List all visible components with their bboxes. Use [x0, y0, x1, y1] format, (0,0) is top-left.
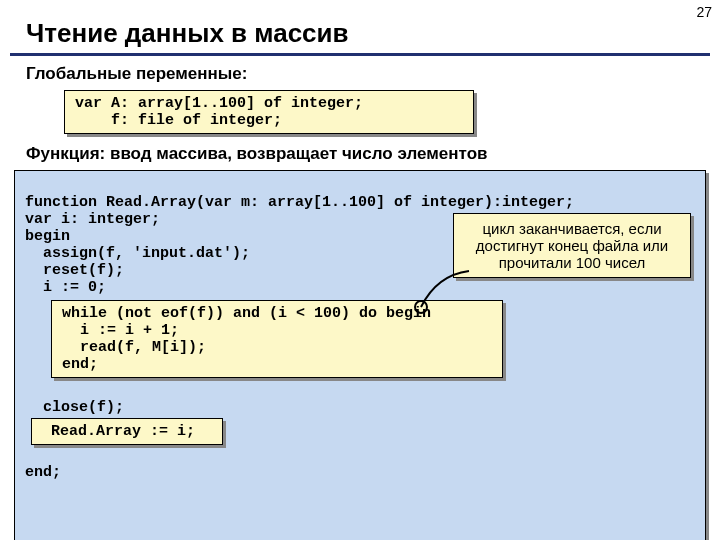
code-vars-box: var A: array[1..100] of integer; f: file…	[64, 90, 474, 134]
code-main-box: function Read.Array(var m: array[1..100]…	[14, 170, 706, 540]
code-while-box: while (not eof(f)) and (i < 100) do begi…	[51, 300, 503, 378]
section-vars-title: Глобальные переменные:	[26, 64, 720, 84]
code-end: end;	[25, 464, 61, 481]
section-func-title: Функция: ввод массива, возвращает число …	[26, 144, 720, 164]
code-mid: close(f);	[25, 399, 124, 416]
code-return-box: Read.Array := i;	[31, 418, 223, 445]
page-number: 27	[696, 4, 712, 20]
page-title: Чтение данных в массив	[10, 0, 710, 56]
callout-box: цикл заканчивается, если достигнут конец…	[453, 213, 691, 278]
